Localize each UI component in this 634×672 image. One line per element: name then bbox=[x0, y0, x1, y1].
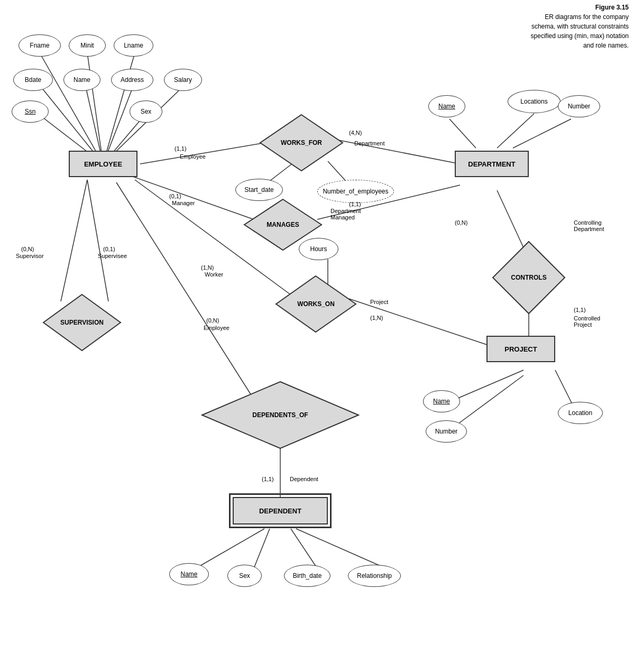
attr-bdate: Bdate bbox=[13, 69, 53, 91]
role-employee: Employee bbox=[180, 153, 206, 160]
svg-line-26 bbox=[349, 299, 492, 346]
svg-line-12 bbox=[449, 119, 476, 148]
attr-dept-number: Number bbox=[558, 95, 600, 117]
role-project: Project bbox=[370, 299, 388, 305]
svg-line-33 bbox=[296, 529, 386, 568]
attr-dep-sex: Sex bbox=[227, 565, 262, 587]
svg-line-20 bbox=[449, 370, 523, 402]
attr-dep-name: Name bbox=[169, 563, 209, 585]
role-controlling-dept: ControllingDepartment bbox=[574, 219, 604, 232]
figure-description: ER diagrams for the companyschema, with … bbox=[531, 12, 629, 50]
role-dept-managed: DepartmentManaged bbox=[330, 208, 361, 220]
card-controls-controlled: (1,1) bbox=[574, 307, 586, 313]
svg-line-13 bbox=[513, 119, 571, 148]
card-works-on-employee: (0,N) bbox=[206, 317, 219, 324]
card-supervisor: (0,N) bbox=[21, 246, 34, 252]
role-supervisor: Supervisor bbox=[16, 253, 44, 259]
svg-line-30 bbox=[196, 529, 264, 568]
attr-relationship: Relationship bbox=[348, 565, 401, 587]
attr-num-employees: Number_of_employees bbox=[317, 180, 394, 203]
attr-sex-emp: Sex bbox=[130, 100, 162, 123]
entity-project: PROJECT bbox=[486, 336, 555, 362]
svg-line-23 bbox=[61, 180, 87, 301]
attr-location: Location bbox=[558, 402, 603, 424]
attr-minit: Minit bbox=[69, 34, 106, 57]
card-works-on-worker: (1,N) bbox=[201, 264, 214, 271]
role-manager: Manager bbox=[172, 200, 195, 206]
attr-lname: Lname bbox=[114, 34, 153, 57]
rel-works-for: WORKS_FOR bbox=[259, 114, 344, 172]
card-manages-dept-managed: (1,1) bbox=[349, 201, 361, 207]
role-worker: Worker bbox=[205, 271, 223, 278]
rel-works-on: WORKS_ON bbox=[275, 275, 357, 333]
card-dependents-of-dependent: (1,1) bbox=[262, 476, 274, 482]
er-diagram: Figure 3.15 ER diagrams for the companys… bbox=[0, 0, 634, 672]
attr-proj-name: Name bbox=[423, 390, 460, 412]
entity-dependent: DEPENDENT bbox=[233, 497, 328, 524]
svg-line-32 bbox=[291, 529, 317, 568]
card-works-for-dept: (4,N) bbox=[349, 130, 362, 136]
svg-line-21 bbox=[452, 375, 523, 428]
attr-salary: Salary bbox=[164, 69, 202, 91]
card-works-on-project: (1,N) bbox=[370, 315, 383, 321]
svg-line-24 bbox=[87, 180, 108, 301]
card-controls-controlling: (0,N) bbox=[455, 219, 467, 226]
attr-hours: Hours bbox=[299, 238, 338, 260]
attr-birth-date: Birth_date bbox=[284, 565, 330, 587]
role-employee2: Employee bbox=[204, 325, 229, 331]
role-supervisee: Supervisee bbox=[98, 253, 127, 259]
attr-ssn: Ssn bbox=[12, 100, 49, 123]
attr-name-emp: Name bbox=[63, 69, 100, 91]
role-department: Department bbox=[354, 140, 384, 146]
svg-line-0 bbox=[40, 53, 103, 164]
role-controlled-proj: ControlledProject bbox=[574, 315, 600, 328]
attr-proj-number: Number bbox=[426, 420, 467, 443]
entity-department: DEPARTMENT bbox=[455, 151, 529, 177]
figure-caption: Figure 3.15 ER diagrams for the companys… bbox=[531, 3, 629, 50]
entity-employee: EMPLOYEE bbox=[69, 151, 137, 177]
entity-dependent-outer: DEPENDENT bbox=[233, 497, 328, 524]
attr-fname: Fname bbox=[19, 34, 61, 57]
card-supervisee: (0,1) bbox=[103, 246, 115, 252]
rel-controls: CONTROLS bbox=[492, 241, 566, 315]
rel-dependents-of: DEPENDENTS_OF bbox=[201, 381, 360, 449]
attr-start-date: Start_date bbox=[235, 179, 283, 201]
card-works-for-emp: (1,1) bbox=[174, 145, 187, 152]
svg-line-28 bbox=[116, 182, 254, 399]
svg-line-11 bbox=[497, 114, 534, 148]
role-dependent: Dependent bbox=[290, 476, 318, 482]
figure-title: Figure 3.15 bbox=[531, 3, 629, 12]
attr-dept-name: Name bbox=[428, 95, 465, 117]
card-manages-mgr: (0,1) bbox=[169, 193, 181, 199]
rel-supervision: SUPERVISION bbox=[42, 293, 122, 352]
svg-line-31 bbox=[254, 529, 270, 568]
attr-address: Address bbox=[111, 69, 153, 91]
svg-line-16 bbox=[127, 174, 254, 219]
attr-locations: Locations bbox=[508, 90, 561, 113]
